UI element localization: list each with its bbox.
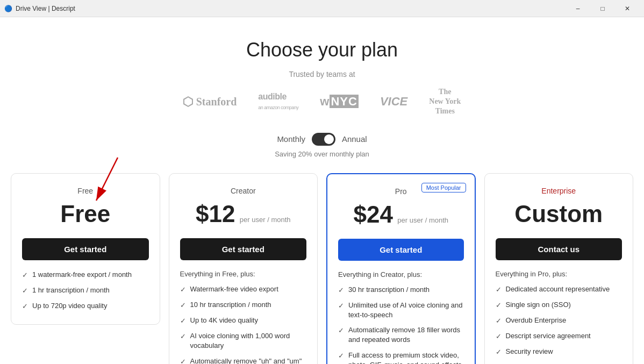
- monthly-label: Monthly: [277, 134, 305, 144]
- list-item: ✓ Overdub Enterprise: [496, 316, 622, 326]
- page-title: Choose your plan: [11, 39, 633, 61]
- list-item: ✓ AI voice cloning with 1,000 word vocab…: [180, 331, 307, 351]
- pro-features-intro: Everything in Creator, plus:: [338, 270, 464, 279]
- enterprise-tier-label: Enterprise: [496, 187, 622, 195]
- minimize-button[interactable]: –: [566, 0, 590, 17]
- maximize-button[interactable]: □: [590, 0, 615, 17]
- check-icon: ✓: [496, 332, 502, 341]
- list-item: ✓ Up to 4K video quality: [180, 316, 307, 326]
- close-button[interactable]: ✕: [615, 0, 640, 17]
- pro-price-value: $24: [353, 201, 392, 227]
- annual-label: Annual: [342, 134, 367, 144]
- titlebar-controls: – □ ✕: [566, 0, 640, 17]
- page-content: Choose your plan Trusted by teams at Sta…: [0, 17, 644, 364]
- creator-features-intro: Everything in Free, plus:: [180, 270, 307, 278]
- list-item: ✓ Automatically remove 18 filler words a…: [338, 325, 464, 345]
- list-item: ✓ Watermark-free video export: [180, 284, 307, 295]
- titlebar-left: 🔵 Drive View | Descript: [4, 5, 75, 12]
- pro-price-unit: per user / month: [397, 216, 448, 224]
- check-icon: ✓: [180, 357, 186, 365]
- pro-plan-card: Most Popular Pro $24 per user / month Ge…: [326, 173, 476, 364]
- check-icon: ✓: [338, 351, 344, 361]
- billing-toggle-switch[interactable]: [312, 133, 335, 146]
- check-icon: ✓: [180, 332, 186, 341]
- creator-tier-label: Creator: [180, 187, 307, 195]
- enterprise-features-intro: Everything in Pro, plus:: [496, 270, 622, 278]
- creator-price: $12 per user / month: [180, 201, 307, 227]
- list-item: ✓ 10 hr transcription / month: [180, 300, 307, 310]
- list-item: ✓ Descript service agreement: [496, 331, 622, 341]
- vice-logo: VICE: [380, 95, 407, 109]
- billing-toggle: Monthly Annual: [11, 133, 633, 146]
- enterprise-price: Custom: [496, 201, 622, 227]
- list-item: ✓ 1 watermark-free export / month: [22, 270, 149, 280]
- check-icon: ✓: [22, 270, 28, 280]
- free-features: ✓ 1 watermark-free export / month ✓ 1 hr…: [22, 270, 149, 312]
- stanford-logo: Stanford: [183, 96, 237, 108]
- check-icon: ✓: [496, 301, 502, 310]
- nyt-logo: TheNew YorkTimes: [429, 87, 461, 117]
- check-icon: ✓: [180, 301, 186, 310]
- enterprise-cta-button[interactable]: Contact us: [496, 238, 622, 260]
- titlebar: 🔵 Drive View | Descript – □ ✕: [0, 0, 644, 17]
- trusted-text: Trusted by teams at: [11, 70, 633, 78]
- list-item: ✓ Automatically remove "uh" and "um": [180, 356, 307, 365]
- list-item: ✓ Single sign on (SSO): [496, 300, 622, 310]
- list-item: ✓ Security review: [496, 347, 622, 357]
- creator-price-unit: per user / month: [240, 216, 291, 224]
- free-plan-card: Free Free Get started ✓ 1 watermark-free…: [11, 173, 160, 325]
- check-icon: ✓: [180, 316, 186, 326]
- list-item: ✓ 1 hr transcription / month: [22, 286, 149, 296]
- check-icon: ✓: [338, 286, 344, 295]
- pro-features: ✓ 30 hr transcription / month ✓ Unlimite…: [338, 285, 464, 364]
- list-item: ✓ Full access to premium stock video, ph…: [338, 351, 464, 365]
- creator-cta-button[interactable]: Get started: [180, 238, 307, 260]
- toggle-slider: [312, 133, 335, 146]
- check-icon: ✓: [180, 285, 186, 295]
- list-item: ✓ Unlimited use of AI voice cloning and …: [338, 301, 464, 320]
- saving-text: Saving 20% over monthly plan: [11, 150, 633, 158]
- check-icon: ✓: [22, 286, 28, 296]
- most-popular-badge: Most Popular: [421, 183, 466, 192]
- list-item: ✓ 30 hr transcription / month: [338, 285, 464, 295]
- pro-price: $24 per user / month: [338, 201, 464, 228]
- free-cta-button[interactable]: Get started: [22, 238, 149, 260]
- enterprise-features: ✓ Dedicated account representative ✓ Sin…: [496, 284, 622, 364]
- check-icon: ✓: [338, 326, 344, 336]
- check-icon: ✓: [338, 301, 344, 311]
- pro-cta-button[interactable]: Get started: [338, 239, 464, 261]
- list-item: ✓ Up to 720p video quality: [22, 301, 149, 311]
- free-price: Free: [22, 201, 149, 227]
- free-price-value: Free: [60, 201, 110, 227]
- check-icon: ✓: [22, 302, 28, 311]
- check-icon: ✓: [496, 316, 502, 326]
- logos-section: Stanford audiblean amazon company wNYC V…: [11, 87, 633, 117]
- cards-wrapper: Free Free Get started ✓ 1 watermark-free…: [11, 173, 633, 364]
- free-tier-label: Free: [22, 187, 149, 195]
- enterprise-price-value: Custom: [514, 201, 603, 227]
- check-icon: ✓: [496, 347, 502, 357]
- creator-features: ✓ Watermark-free video export ✓ 10 hr tr…: [180, 284, 307, 364]
- check-icon: ✓: [496, 285, 502, 295]
- creator-price-value: $12: [196, 201, 235, 227]
- list-item: ✓ Dedicated account representative: [496, 284, 622, 295]
- creator-plan-card: Creator $12 per user / month Get started…: [169, 173, 318, 364]
- titlebar-title: Drive View | Descript: [16, 5, 75, 12]
- audible-logo: audiblean amazon company: [258, 92, 298, 111]
- wnyc-logo: wNYC: [320, 95, 359, 109]
- pricing-cards: Free Free Get started ✓ 1 watermark-free…: [11, 173, 633, 364]
- enterprise-plan-card: Enterprise Custom Contact us Everything …: [484, 173, 634, 364]
- app-icon: 🔵: [4, 5, 12, 12]
